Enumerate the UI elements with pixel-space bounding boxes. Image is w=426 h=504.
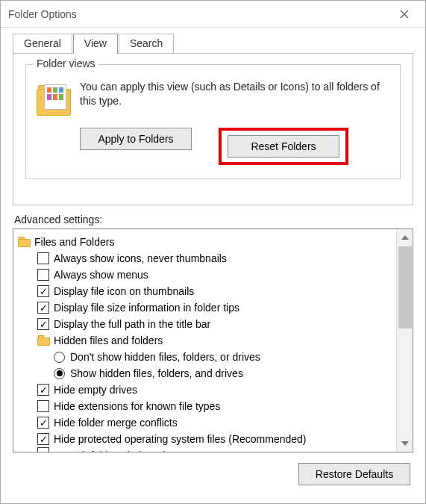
folder-views-description: You can apply this view (such as Details… (80, 80, 389, 119)
chevron-down-icon (401, 441, 409, 446)
restore-defaults-button[interactable]: Restore Defaults (298, 463, 410, 485)
folder-icon (18, 236, 31, 248)
radio-icon (54, 352, 65, 363)
checkbox-icon (37, 269, 49, 281)
checkbox-icon (37, 252, 49, 264)
tree-item-label: Display file icon on thumbnails (54, 283, 194, 299)
close-icon (400, 10, 409, 19)
tree-radio-option[interactable]: Show hidden files, folders, and drives (54, 365, 395, 382)
checkbox-icon (37, 302, 49, 314)
tab-general[interactable]: General (13, 34, 72, 54)
tree-checkbox-option[interactable]: Always show menus (37, 267, 395, 283)
scroll-down-arrow[interactable] (397, 435, 413, 452)
checkbox-icon (37, 384, 49, 396)
checkbox-icon (37, 433, 49, 445)
folder-views-legend: Folder views (34, 57, 98, 69)
tree-item-label: Hide empty drives (54, 382, 137, 398)
tree-category-label: Files and Folders (34, 234, 114, 250)
tree-item-label: Don't show hidden files, folders, or dri… (70, 349, 260, 365)
scroll-up-arrow[interactable] (397, 229, 413, 246)
tree-item-label: Always show icons, never thumbnails (54, 250, 227, 267)
tab-panel-view: Folder views You can apply this view (su… (13, 53, 413, 205)
checkbox-icon (37, 318, 49, 330)
tree-item-label: Show hidden files, folders, and drives (70, 365, 243, 382)
tree-radio-option[interactable]: Don't show hidden files, folders, or dri… (54, 349, 395, 365)
tree-item-label: Hide protected operating system files (R… (54, 431, 307, 447)
titlebar: Folder Options (1, 1, 425, 28)
radio-icon (54, 368, 65, 379)
window-title: Folder Options (8, 8, 387, 20)
advanced-settings-tree: Files and FoldersAlways show icons, neve… (13, 228, 413, 452)
folder-views-group: Folder views You can apply this view (su… (25, 64, 401, 179)
tree-item-partial: Launch folder windows in a separate proc… (37, 447, 395, 452)
scrollbar[interactable] (396, 229, 413, 452)
tree-checkbox-option[interactable]: Hide extensions for known file types (37, 398, 395, 414)
tab-strip: General View Search (13, 34, 425, 54)
tree-subcategory-hidden-files[interactable]: Hidden files and folders (37, 332, 395, 349)
tree-category-files-and-folders[interactable]: Files and Folders (18, 234, 395, 250)
checkbox-icon (37, 447, 49, 452)
tree-checkbox-option[interactable]: Hide protected operating system files (R… (37, 431, 395, 447)
folder-options-dialog: Folder Options General View Search Folde… (0, 0, 426, 504)
tree-item-label: Display the full path in the title bar (54, 316, 210, 332)
advanced-settings-label: Advanced settings: (14, 214, 413, 225)
tree-item-label: Hide extensions for known file types (54, 398, 220, 414)
tree-item-label: Display file size information in folder … (54, 299, 239, 316)
tree-subcategory-label: Hidden files and folders (54, 332, 163, 349)
tab-search[interactable]: Search (119, 34, 174, 54)
tree-checkbox-option[interactable]: Hide folder merge conflicts (37, 414, 395, 431)
chevron-up-icon (401, 235, 409, 240)
tree-checkbox-option[interactable]: Display file size information in folder … (37, 299, 395, 316)
reset-folders-highlight: Reset Folders (219, 128, 348, 165)
tree-checkbox-option[interactable]: Always show icons, never thumbnails (37, 250, 395, 267)
folder-views-icon (37, 83, 72, 119)
close-button[interactable] (387, 1, 421, 27)
tab-view[interactable]: View (73, 34, 118, 54)
tree-checkbox-option[interactable]: Display file icon on thumbnails (37, 283, 395, 299)
checkbox-icon (37, 285, 49, 297)
tree-checkbox-option[interactable]: Display the full path in the title bar (37, 316, 395, 332)
reset-folders-button[interactable]: Reset Folders (228, 135, 339, 158)
checkbox-icon (37, 400, 49, 412)
folder-icon (37, 335, 51, 346)
tree-item-label: Hide folder merge conflicts (54, 414, 178, 431)
tree-item-label: Always show menus (54, 267, 148, 283)
checkbox-icon (37, 417, 49, 429)
tree-item-label: Launch folder windows in a separate proc… (54, 447, 263, 452)
tree-checkbox-option[interactable]: Hide empty drives (37, 382, 395, 398)
apply-to-folders-button[interactable]: Apply to Folders (80, 128, 192, 150)
scroll-thumb[interactable] (398, 246, 412, 329)
